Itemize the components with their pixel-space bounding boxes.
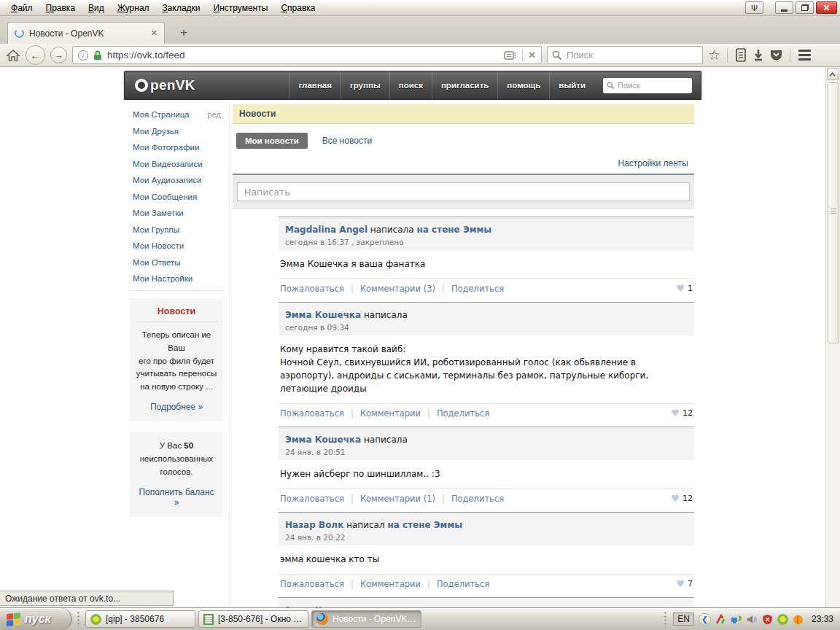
sidebar-link-6[interactable]: Мои Заметки [133, 209, 184, 217]
browser-search-input[interactable] [567, 50, 698, 61]
language-indicator[interactable]: EN [673, 612, 694, 626]
openvk-logo[interactable]: penVK [135, 71, 195, 99]
bookmarks-menu-icon[interactable] [734, 48, 747, 62]
pocket-icon[interactable] [769, 49, 783, 62]
post-wall-link[interactable]: на стене Эммы [417, 225, 492, 235]
report-link[interactable]: Пожаловаться [280, 284, 344, 294]
taskbar-button-1[interactable]: [3-850-676] - Окно с... [198, 610, 308, 628]
sidebar-edit-link[interactable]: ред. [208, 110, 223, 119]
comments-link[interactable]: Комментарии (3) [360, 284, 435, 294]
back-button[interactable]: ← [26, 45, 45, 65]
taskbar-button-0[interactable]: [qip] - 3850676 [85, 610, 195, 628]
sidebar-link-8[interactable]: Мои Новости [133, 241, 184, 250]
open-menu-icon[interactable] [797, 48, 812, 62]
url-text[interactable]: https://ovk.to/feed [107, 50, 499, 61]
feed-settings-link[interactable]: Настройки ленты [618, 158, 688, 168]
post-author-link[interactable]: Magdalina Angel [285, 225, 368, 235]
sidebar-link-10[interactable]: Мои Настройки [133, 274, 192, 283]
report-link[interactable]: Пожаловаться [280, 494, 344, 504]
tab-novosti-openvk[interactable]: Новости - OpenVK ✕ [7, 22, 165, 44]
tab-close-icon[interactable]: ✕ [151, 28, 158, 38]
browser-search-box[interactable] [547, 46, 703, 64]
sidebar-link-1[interactable]: Мои Друзья [133, 127, 179, 136]
downloads-icon[interactable] [752, 49, 764, 62]
share-link[interactable]: Поделиться [437, 408, 489, 419]
comments-link[interactable]: Комментарии (1) [360, 494, 435, 504]
header-nav-1[interactable]: группы [341, 71, 389, 99]
header-nav-0[interactable]: главная [289, 71, 341, 99]
post-date: 24 янв. в 20:51 [285, 448, 688, 456]
menu-item-3[interactable]: Журнал [111, 1, 156, 15]
qip-tray-icon[interactable] [777, 614, 788, 625]
post-author-link[interactable]: Эмма Кошечка [285, 310, 361, 320]
network-icon[interactable] [731, 614, 742, 625]
tray-collapse-icon[interactable]: ❮ [699, 613, 711, 626]
menu-item-6[interactable]: Справка [274, 1, 322, 15]
sidebar-link-5[interactable]: Мои Сообщения [133, 192, 197, 201]
site-search-input[interactable] [618, 81, 688, 90]
post-wall-link[interactable]: на стене Эммы [387, 520, 462, 530]
security-alert-icon[interactable] [762, 614, 773, 625]
share-link[interactable]: Поделиться [451, 494, 504, 504]
header-nav-3[interactable]: пригласить [432, 71, 497, 99]
close-button[interactable]: ✕ [816, 1, 837, 14]
forward-button[interactable]: → [50, 47, 67, 63]
sidebar-row-3: Мои Видеозаписи [130, 158, 226, 170]
minimize-button[interactable] [775, 1, 793, 14]
sidebar-link-9[interactable]: Мои Ответы [133, 258, 180, 267]
sidebar-link-7[interactable]: Мои Группы [133, 225, 179, 234]
header-nav-4[interactable]: помощь [497, 71, 549, 99]
quick-launch-handle[interactable] [77, 611, 80, 627]
like-button[interactable]: ♥12 [671, 408, 693, 419]
scrollbar-up-button[interactable] [827, 68, 839, 80]
post-author-link[interactable]: Эмма Кошечка [285, 435, 361, 445]
like-button[interactable]: ♥12 [671, 493, 693, 504]
sidebar-topup-link[interactable]: Пополнить баланс » [136, 487, 217, 508]
taskbar-button-2[interactable]: Новости - OpenVK - ... [311, 610, 421, 628]
stop-icon[interactable]: ✕ [528, 50, 536, 61]
report-link[interactable]: Пожаловаться [280, 579, 344, 589]
volume-icon[interactable] [747, 614, 758, 625]
like-button[interactable]: ♥1 [676, 283, 693, 294]
like-button[interactable]: ♥7 [676, 578, 693, 589]
post-author-link[interactable]: Эмма Кошечка [285, 605, 361, 607]
titlebar-utility-button[interactable]: Ψ [745, 1, 763, 14]
home-button[interactable] [6, 49, 20, 62]
comments-link[interactable]: Комментарии [360, 579, 421, 589]
tray-handle[interactable] [664, 611, 667, 627]
header-nav-5[interactable]: выйти [549, 71, 594, 99]
site-info-icon[interactable]: i [78, 50, 88, 61]
agent-icon[interactable] [793, 614, 804, 625]
sidebar-news-more-link[interactable]: Подробнее » [150, 402, 203, 412]
menu-item-0[interactable]: Файл [4, 1, 39, 15]
sidebar-link-2[interactable]: Мои Фотографии [133, 143, 199, 152]
tab-my-news[interactable]: Мои новости [236, 133, 308, 149]
report-link[interactable]: Пожаловаться [280, 408, 344, 419]
menu-item-5[interactable]: Инструменты [207, 1, 275, 15]
reader-mode-icon[interactable] [504, 50, 517, 61]
restore-button[interactable] [796, 1, 814, 14]
sidebar-link-0[interactable]: Моя Страница [133, 110, 190, 119]
menu-item-4[interactable]: Закладки [156, 1, 207, 15]
comments-link[interactable]: Комментарии [360, 408, 421, 419]
url-bar[interactable]: i https://ovk.to/feed ✕ [72, 46, 542, 64]
bookmark-star-icon[interactable]: ☆ [708, 47, 720, 63]
compose-input[interactable] [237, 182, 690, 201]
page-scrollbar[interactable] [825, 67, 840, 607]
start-button[interactable]: пуск [0, 608, 71, 630]
punto-icon[interactable] [715, 614, 726, 625]
new-tab-button[interactable]: + [174, 24, 194, 42]
sidebar-link-3[interactable]: Мои Видеозаписи [133, 160, 203, 168]
menu-item-2[interactable]: Вид [82, 1, 111, 15]
share-link[interactable]: Поделиться [451, 284, 504, 294]
tab-all-news[interactable]: Все новости [322, 136, 372, 146]
share-link[interactable]: Поделиться [437, 579, 489, 589]
scrollbar-thumb[interactable] [828, 82, 839, 343]
feed-post-0: Magdalina Angel написала на стене Эммысе… [279, 217, 694, 302]
header-nav-2[interactable]: поиск [389, 71, 432, 99]
post-author-link[interactable]: Назар Волк [285, 520, 343, 530]
sidebar-link-4[interactable]: Мои Аудиозаписи [133, 176, 202, 184]
toolbar-divider [790, 48, 790, 63]
menu-item-1[interactable]: Правка [39, 1, 82, 15]
site-search-box[interactable] [603, 78, 692, 93]
